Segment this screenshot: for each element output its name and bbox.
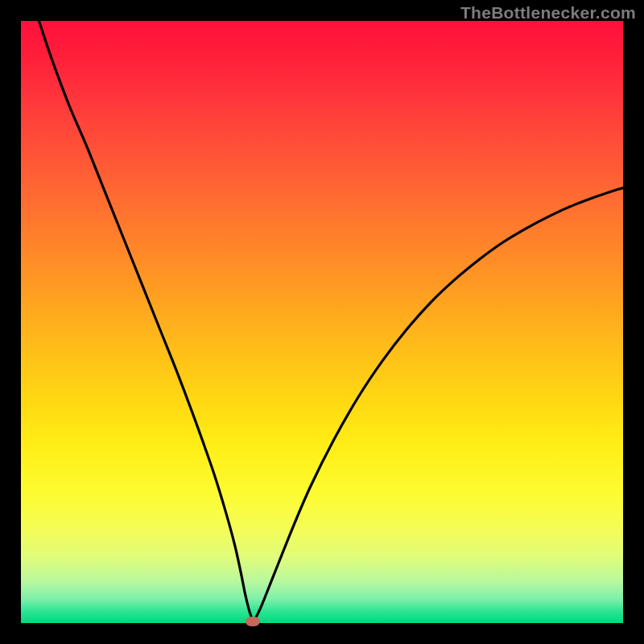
chart-frame: TheBottlenecker.com	[0, 0, 644, 644]
plot-area	[21, 21, 623, 623]
attribution-label: TheBottlenecker.com	[460, 3, 636, 23]
optimum-marker	[246, 617, 260, 626]
bottleneck-curve	[21, 21, 623, 623]
